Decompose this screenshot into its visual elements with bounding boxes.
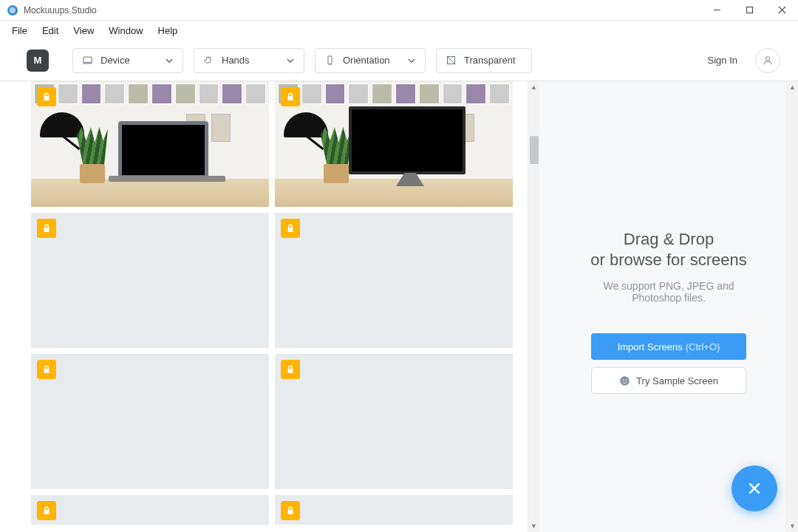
transparent-toggle[interactable]: Transparent — [436, 48, 532, 73]
mockup-card[interactable] — [275, 213, 513, 348]
drop-subtitle: We support PNG, JPEG and Photoshop files… — [539, 280, 798, 304]
smiley-icon — [619, 375, 630, 386]
minimize-button[interactable] — [700, 0, 733, 21]
menu-file[interactable]: File — [4, 23, 35, 38]
close-button[interactable] — [765, 0, 798, 21]
lock-icon — [281, 87, 300, 106]
lock-icon — [37, 87, 56, 106]
drop-panel[interactable]: Drag & Drop or browse for screens We sup… — [539, 81, 798, 532]
window-title: Mockuuups Studio — [24, 5, 700, 16]
account-avatar[interactable] — [755, 48, 780, 73]
sign-in-link[interactable]: Sign In — [708, 55, 737, 66]
device-icon — [82, 55, 93, 66]
import-shortcut: (Ctrl+O) — [686, 341, 720, 352]
svg-point-12 — [626, 379, 627, 381]
mockup-card[interactable] — [275, 495, 513, 525]
chevron-down-icon — [407, 56, 416, 65]
mockup-card[interactable] — [31, 495, 269, 525]
mockup-card[interactable] — [31, 81, 269, 207]
scrollbar-thumb[interactable] — [530, 136, 539, 164]
orientation-filter-label: Orientation — [343, 55, 390, 66]
import-screens-button[interactable]: Import Screens (Ctrl+O) — [591, 333, 746, 360]
scroll-down-icon[interactable]: ▼ — [787, 520, 798, 532]
try-sample-button[interactable]: Try Sample Screen — [591, 367, 746, 394]
svg-point-10 — [620, 376, 630, 386]
menu-window[interactable]: Window — [101, 23, 150, 38]
app-icon — [7, 5, 18, 16]
chevron-down-icon — [286, 56, 295, 65]
lock-icon — [37, 501, 56, 520]
sample-label: Try Sample Screen — [636, 375, 718, 386]
hands-filter[interactable]: Hands — [194, 48, 304, 73]
user-icon — [762, 55, 774, 66]
app-body: ▲ ▼ Drag & Drop or browse for screens We… — [0, 81, 798, 532]
orientation-filter[interactable]: Orientation — [315, 48, 426, 73]
lock-icon — [281, 219, 300, 238]
gallery-scrollbar[interactable]: ▲ ▼ — [528, 81, 539, 532]
scroll-up-icon[interactable]: ▲ — [787, 81, 798, 93]
toolbar: M Device Hands Orientation Transparent S… — [0, 40, 798, 81]
phone-icon — [324, 55, 335, 66]
mockup-card[interactable] — [31, 354, 269, 489]
mockup-card[interactable] — [275, 354, 513, 489]
transparency-icon — [446, 55, 457, 66]
hand-icon — [203, 55, 214, 66]
mockup-card[interactable] — [31, 213, 269, 348]
scroll-down-icon[interactable]: ▼ — [528, 520, 539, 532]
svg-rect-1 — [746, 7, 752, 13]
menu-view[interactable]: View — [66, 23, 101, 38]
device-filter-label: Device — [100, 55, 130, 66]
app-logo-badge[interactable]: M — [27, 50, 49, 72]
menu-edit[interactable]: Edit — [35, 23, 66, 38]
scroll-up-icon[interactable]: ▲ — [528, 81, 539, 93]
panel-scrollbar[interactable]: ▲ ▼ — [786, 81, 798, 532]
window-titlebar: Mockuuups Studio — [0, 0, 798, 21]
lock-icon — [37, 219, 56, 238]
device-filter[interactable]: Device — [72, 48, 183, 73]
lock-icon — [281, 501, 300, 520]
drop-title: Drag & Drop or browse for screens — [539, 229, 798, 270]
gallery-pane: ▲ ▼ — [0, 81, 539, 532]
fab-close-button[interactable] — [732, 466, 777, 511]
mockup-gallery[interactable] — [0, 81, 528, 532]
lock-icon — [281, 360, 300, 379]
menu-help[interactable]: Help — [151, 23, 185, 38]
menu-bar: File Edit View Window Help — [0, 21, 798, 40]
hands-filter-label: Hands — [222, 55, 250, 66]
lock-icon — [37, 360, 56, 379]
chevron-down-icon — [165, 56, 174, 65]
mockup-card[interactable] — [275, 81, 513, 207]
maximize-button[interactable] — [733, 0, 765, 21]
svg-point-11 — [623, 379, 624, 381]
close-icon — [747, 481, 762, 496]
import-label: Import Screens — [618, 341, 683, 352]
svg-point-9 — [765, 56, 769, 60]
svg-rect-4 — [83, 57, 92, 63]
transparent-label: Transparent — [464, 55, 516, 66]
